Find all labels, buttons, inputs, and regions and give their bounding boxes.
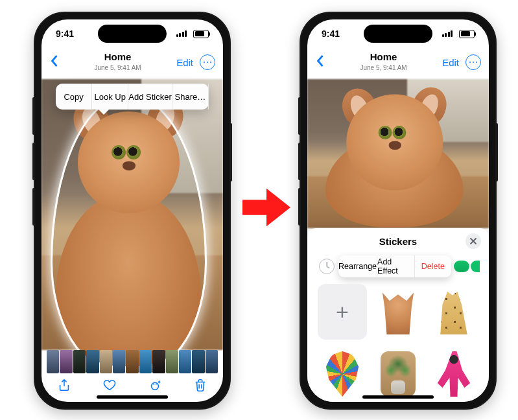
share-button[interactable]: [57, 378, 71, 395]
menu-lookup[interactable]: Look Up: [92, 84, 128, 110]
stickers-header: Stickers: [307, 228, 489, 254]
favorite-button[interactable]: [102, 378, 117, 395]
sticker-balloon[interactable]: [318, 346, 367, 402]
menu-add-effect[interactable]: Add Effect: [377, 255, 414, 277]
filmstrip-thumb[interactable]: [166, 350, 178, 373]
chevron-left-icon: [49, 54, 59, 67]
close-icon: [469, 237, 477, 245]
menu-add-sticker[interactable]: Add Sticker: [128, 84, 172, 110]
ellipsis-icon: [207, 62, 209, 64]
progression-arrow: [241, 181, 292, 233]
trash-icon: [193, 378, 207, 392]
screen-left: 9:41 Home June 5, 9:41 AM Edit: [41, 19, 223, 402]
back-button[interactable]: [315, 54, 325, 70]
battery-icon: [193, 30, 209, 38]
menu-share[interactable]: Share…: [172, 84, 209, 110]
filmstrip-thumb[interactable]: [86, 350, 99, 373]
sticker-thumb: [436, 351, 472, 397]
home-indicator: [362, 395, 434, 399]
sticker-thumb: [436, 289, 472, 335]
svg-point-1: [152, 382, 159, 390]
sticker-context-menu: Rearrange Add Effect Delete: [338, 255, 451, 277]
sparkle-pet-icon: [148, 378, 162, 392]
dynamic-island: [98, 25, 167, 43]
photo-subject-cat: [312, 77, 484, 219]
nav-title: Home June 5, 9:41 AM: [94, 52, 141, 73]
nav-header: Home June 5, 9:41 AM Edit: [307, 48, 489, 76]
share-icon: [57, 378, 71, 392]
filmstrip-thumb[interactable]: [206, 350, 218, 373]
sticker-thumb: [325, 351, 360, 397]
sticker-plant[interactable]: [373, 346, 423, 402]
stickers-grid: +: [318, 284, 478, 397]
menu-delete[interactable]: Delete: [415, 255, 451, 277]
delete-button[interactable]: [193, 378, 207, 395]
menu-copy[interactable]: Copy: [56, 84, 92, 110]
filmstrip-thumb[interactable]: [179, 350, 191, 373]
stickers-panel: Stickers Rearrange Add Effect Delete: [307, 228, 489, 402]
heart-icon: [102, 378, 117, 392]
emoji-app-icon[interactable]: [471, 261, 480, 272]
edit-button[interactable]: Edit: [442, 57, 459, 68]
nav-header: Home June 5, 9:41 AM Edit: [41, 48, 223, 76]
iphone-right: 9:41 Home June 5, 9:41 AM Edit: [300, 12, 497, 410]
iphone-left: 9:41 Home June 5, 9:41 AM Edit: [34, 12, 231, 410]
subject-context-menu: Copy Look Up Add Sticker Share…: [56, 84, 209, 110]
more-button[interactable]: [465, 54, 481, 70]
filmstrip-thumb[interactable]: [60, 350, 72, 373]
sticker-thumb: [381, 289, 416, 335]
sticker-thumb: [381, 351, 416, 397]
stickers-title: Stickers: [379, 236, 417, 247]
close-button[interactable]: [465, 233, 481, 249]
cellular-icon: [442, 30, 453, 37]
dynamic-island: [364, 25, 432, 43]
chevron-left-icon: [315, 54, 325, 67]
back-button[interactable]: [49, 54, 59, 70]
more-button[interactable]: [200, 54, 215, 70]
filmstrip-thumb[interactable]: [192, 350, 204, 373]
filmstrip-thumb[interactable]: [113, 350, 125, 373]
memoji-app-icon[interactable]: [454, 261, 469, 272]
filmstrip-thumb[interactable]: [152, 350, 165, 373]
info-button[interactable]: [148, 378, 162, 395]
photo-viewer[interactable]: [307, 79, 489, 228]
nav-title: Home June 5, 9:41 AM: [360, 52, 406, 73]
photo-filmstrip[interactable]: [47, 350, 218, 373]
sticker-cat[interactable]: [373, 284, 423, 340]
add-sticker-tile[interactable]: +: [318, 284, 367, 340]
ellipsis-icon: [473, 62, 475, 64]
filmstrip-thumb[interactable]: [47, 350, 59, 373]
sticker-giraffe[interactable]: [429, 284, 478, 340]
filmstrip-thumb[interactable]: [100, 350, 112, 373]
filmstrip-thumb[interactable]: [73, 350, 86, 373]
recents-icon[interactable]: [319, 259, 335, 274]
home-indicator: [97, 395, 168, 399]
filmstrip-thumb[interactable]: [126, 350, 138, 373]
sticker-person[interactable]: [429, 346, 478, 402]
stickers-toolbar: Rearrange Add Effect Delete: [319, 255, 480, 277]
battery-icon: [459, 30, 475, 38]
photo-viewer[interactable]: [41, 79, 223, 350]
status-time: 9:41: [322, 29, 340, 39]
filmstrip-thumb[interactable]: [139, 350, 152, 373]
status-time: 9:41: [56, 29, 74, 39]
plus-icon: +: [336, 299, 349, 325]
photo-subject-cat[interactable]: [41, 79, 223, 350]
edit-button[interactable]: Edit: [176, 57, 193, 68]
screen-right: 9:41 Home June 5, 9:41 AM Edit: [307, 19, 489, 402]
menu-rearrange[interactable]: Rearrange: [338, 255, 377, 277]
cellular-icon: [176, 30, 187, 37]
